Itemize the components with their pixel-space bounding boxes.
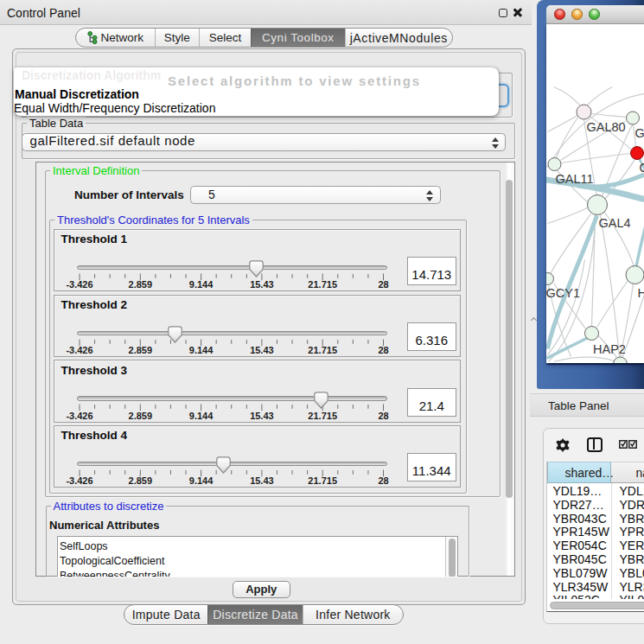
svg-text:GA: GA <box>634 125 644 139</box>
svg-text:GAL4: GAL4 <box>598 215 630 229</box>
svg-text:GAL11: GAL11 <box>555 171 593 185</box>
svg-text:HA: HA <box>637 285 644 299</box>
svg-text:HAP2: HAP2 <box>593 341 626 355</box>
svg-text:GAL80: GAL80 <box>586 119 625 133</box>
svg-text:GCY1: GCY1 <box>546 285 580 299</box>
svg-text:C: C <box>639 160 644 174</box>
